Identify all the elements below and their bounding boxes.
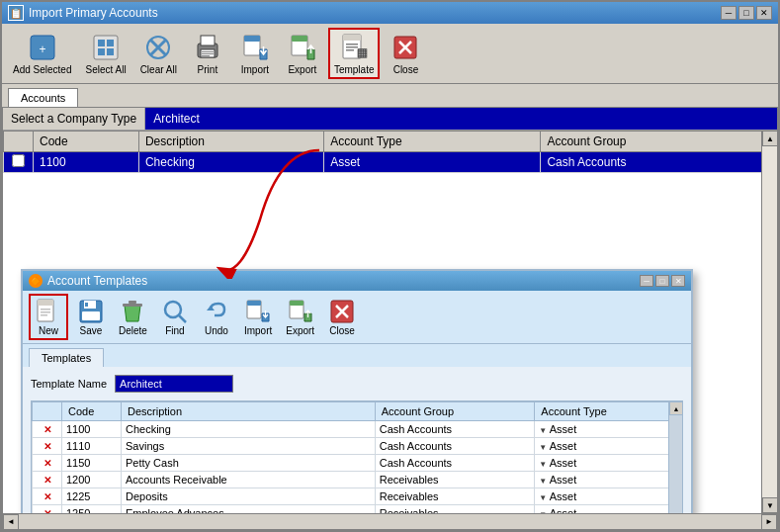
content-area: Select a Company Type Architect Code Des… [2, 107, 778, 530]
svg-rect-30 [41, 311, 50, 313]
row-x-mark: ✕ [33, 438, 62, 455]
template-icon: ▦ [338, 32, 370, 63]
svg-line-39 [179, 315, 186, 322]
modal-export-label: Export [286, 325, 314, 336]
modal-col-code: Code [62, 402, 122, 421]
svg-point-38 [165, 302, 181, 317]
modal-controls: ─ □ ✕ [640, 275, 685, 287]
modal-title-left: 🔶 Account Templates [29, 274, 147, 288]
row-group: Cash Accounts [375, 421, 535, 438]
modal-table-row[interactable]: ✕ 1250 Employee Advances Receivables ▼ A… [33, 505, 682, 514]
modal-undo-button[interactable]: Undo [198, 295, 235, 339]
row-checkbox[interactable] [4, 152, 34, 173]
modal-close-icon [328, 298, 356, 325]
print-label: Print [198, 64, 218, 75]
modal-table-row[interactable]: ✕ 1110 Savings Cash Accounts ▼ Asset [33, 438, 682, 455]
scroll-left-button[interactable]: ◄ [3, 514, 19, 530]
template-name-row: Template Name [31, 375, 683, 393]
template-name-input[interactable] [115, 375, 233, 393]
modal-window: 🔶 Account Templates ─ □ ✕ [21, 269, 693, 513]
row-code: 1225 [62, 488, 122, 505]
template-label: Template [334, 64, 375, 75]
modal-find-button[interactable]: Find [156, 295, 194, 339]
svg-rect-42 [247, 301, 261, 306]
svg-rect-34 [85, 303, 88, 307]
modal-table-row[interactable]: ✕ 1100 Checking Cash Accounts ▼ Asset [33, 421, 682, 438]
table-row[interactable]: 1100 Checking Asset Cash Accounts [4, 152, 777, 173]
tab-area: Accounts [2, 84, 778, 107]
modal-tab-area: Templates [23, 344, 691, 367]
modal-delete-label: Delete [119, 325, 147, 336]
row-description: Savings [122, 438, 376, 455]
modal-close-btn[interactable]: Close [323, 295, 361, 339]
template-button[interactable]: ▦ Template [328, 28, 381, 79]
row-type: ▼ Asset [535, 438, 682, 455]
main-scrollbar[interactable]: ▲ ▼ [761, 131, 777, 513]
row-group: Cash Accounts [375, 455, 535, 472]
row-type: ▼ Asset [535, 488, 682, 505]
row-description: Deposits [122, 488, 376, 505]
close-button[interactable]: ✕ [756, 6, 772, 20]
modal-content: Template Name Code Description Acco [23, 367, 691, 513]
print-icon [192, 32, 223, 63]
title-bar-left: 📋 Import Primary Accounts [8, 5, 158, 21]
company-type-value[interactable]: Architect [145, 108, 777, 130]
modal-table-row[interactable]: ✕ 1200 Accounts Receivable Receivables ▼… [33, 472, 682, 488]
main-window: 📋 Import Primary Accounts ─ □ ✕ + Add Se… [0, 0, 780, 532]
modal-restore-button[interactable]: □ [655, 275, 669, 287]
modal-delete-icon [119, 298, 146, 325]
restore-button[interactable]: □ [738, 6, 754, 20]
modal-find-label: Find [165, 325, 184, 336]
modal-export-button[interactable]: Export [281, 295, 319, 339]
horizontal-scrollbar[interactable]: ◄ ► [3, 513, 777, 529]
minimize-button[interactable]: ─ [721, 6, 737, 20]
clear-all-label: Clear All [140, 64, 177, 75]
modal-undo-icon [203, 298, 230, 325]
print-button[interactable]: Print [186, 29, 229, 78]
col-account-group: Account Group [541, 132, 777, 152]
main-toolbar: + Add Selected Select All [2, 24, 778, 84]
row-description: Checking [122, 421, 376, 438]
modal-table-row[interactable]: ✕ 1150 Petty Cash Cash Accounts ▼ Asset [33, 455, 682, 472]
modal-scrollbar[interactable]: ▲ ▼ [668, 401, 682, 513]
col-checkbox [4, 132, 34, 152]
svg-rect-22 [346, 49, 354, 51]
row-code: 1100 [34, 152, 139, 173]
window-icon: 📋 [8, 5, 24, 21]
scroll-down-button[interactable]: ▼ [762, 497, 777, 513]
modal-title: Account Templates [47, 274, 147, 288]
row-description: Petty Cash [122, 455, 376, 472]
clear-all-icon [142, 32, 174, 63]
modal-import-button[interactable]: Import [239, 295, 277, 339]
clear-all-button[interactable]: Clear All [135, 29, 182, 78]
modal-new-button[interactable]: New [29, 294, 68, 340]
modal-import-label: Import [244, 325, 272, 336]
add-selected-button[interactable]: + Add Selected [8, 29, 77, 78]
modal-close-button[interactable]: ✕ [671, 275, 685, 287]
modal-minimize-button[interactable]: ─ [640, 275, 653, 287]
modal-table-row[interactable]: ✕ 1225 Deposits Receivables ▼ Asset [33, 488, 682, 505]
modal-import-icon [244, 298, 272, 325]
modal-col-type: Account Type [535, 402, 682, 421]
row-description: Checking [138, 152, 323, 173]
modal-save-button[interactable]: Save [72, 295, 110, 339]
row-group: Receivables [375, 472, 535, 488]
row-x-mark: ✕ [33, 505, 62, 514]
modal-delete-button[interactable]: Delete [114, 295, 152, 339]
scroll-right-button[interactable]: ► [761, 514, 777, 530]
scroll-up-button[interactable]: ▲ [762, 131, 777, 146]
close-main-button[interactable]: Close [384, 29, 427, 78]
modal-scroll-up[interactable]: ▲ [669, 401, 683, 415]
company-bar: Select a Company Type Architect [3, 108, 777, 131]
modal-tab-templates[interactable]: Templates [29, 348, 104, 367]
import-button[interactable]: Import [233, 29, 277, 78]
export-button[interactable]: Export [281, 29, 324, 78]
svg-rect-31 [41, 314, 47, 316]
scroll-track [762, 146, 777, 497]
select-all-button[interactable]: Select All [81, 29, 131, 78]
modal-col-x [33, 402, 62, 421]
svg-rect-2 [94, 36, 118, 59]
tab-accounts[interactable]: Accounts [8, 88, 78, 107]
row-type: ▼ Asset [535, 472, 682, 488]
modal-scroll-track [669, 415, 682, 513]
